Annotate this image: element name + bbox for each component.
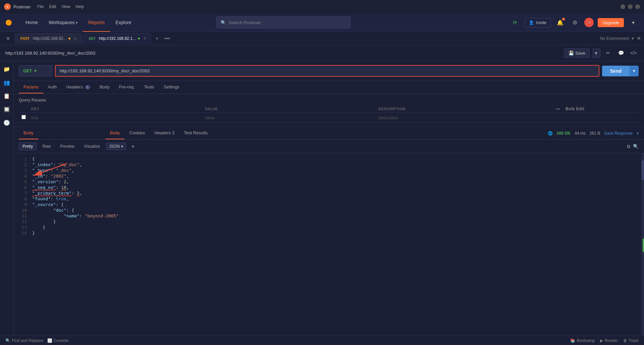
tab-overflow-button[interactable]: ••• — [164, 36, 170, 42]
tab-dot-1 — [138, 38, 140, 40]
resp-tab-headers[interactable]: Headers 3 — [150, 127, 179, 139]
format-visualize-button[interactable]: Visualize — [80, 143, 103, 150]
sidebar-icon-2[interactable]: 👥 — [1, 77, 12, 88]
resp-tab-test-results[interactable]: Test Results — [179, 127, 212, 139]
minimize-button[interactable] — [621, 4, 625, 9]
menu-edit[interactable]: Edit — [49, 4, 56, 9]
invite-button[interactable]: 👤 Invite — [524, 18, 551, 27]
format-raw-button[interactable]: Raw — [39, 143, 54, 150]
response-size: 261 B — [590, 131, 600, 136]
resp-tab-cookies[interactable]: Cookies — [124, 127, 150, 139]
key-input[interactable] — [31, 116, 200, 120]
search-icon[interactable]: 🔍 — [633, 144, 639, 149]
format-pretty-button[interactable]: Pretty — [19, 142, 37, 150]
tab-tests[interactable]: Tests — [139, 81, 159, 93]
table-more-icon[interactable]: ••• — [556, 107, 560, 111]
bulk-edit-button[interactable]: Bulk Edit — [566, 107, 585, 111]
add-tab-button[interactable]: + — [152, 34, 162, 43]
menu-help[interactable]: Help — [75, 4, 84, 9]
menu-file[interactable]: File — [37, 4, 44, 9]
globe-icon: 🌐 — [548, 131, 553, 136]
notification-bell-icon[interactable]: 🔔 — [555, 17, 566, 28]
tab-0[interactable]: POST http://192.168.92... ✕ — [15, 33, 82, 44]
search-bar[interactable]: 🔍 Search Postman — [216, 16, 351, 28]
resp-cookies-req[interactable]: Body — [19, 127, 38, 139]
nav-home[interactable]: Home — [20, 13, 43, 32]
value-input[interactable] — [205, 116, 373, 120]
format-select-dropdown[interactable]: JSON ▾ — [106, 143, 126, 150]
tab-headers[interactable]: Headers 6 — [62, 81, 95, 93]
menu-view[interactable]: View — [61, 4, 70, 9]
save-response-button[interactable]: Save Response — [604, 131, 633, 136]
sidebar-icon-5[interactable]: 🕒 — [1, 117, 12, 128]
trash-button[interactable]: 🗑 Trash — [623, 338, 639, 343]
tab-auth[interactable]: Auth — [43, 81, 62, 93]
upgrade-chevron-icon[interactable]: ▾ — [628, 17, 639, 28]
tab-close-0[interactable]: ✕ — [74, 36, 77, 41]
response-right-tabs: Body Cookies Headers 3 Test Results — [105, 127, 212, 139]
runner-icon: ▶ — [600, 338, 603, 343]
tab-params[interactable]: Params — [19, 81, 43, 93]
save-icon: 💾 — [569, 51, 574, 56]
find-replace-button[interactable]: 🔍 Find and Replace — [5, 338, 43, 343]
environment-eye-icon[interactable]: 👁 — [637, 36, 641, 41]
desc-input[interactable] — [378, 116, 547, 120]
sync-icon[interactable]: ⟳ — [509, 17, 520, 28]
resp-tab-body[interactable]: Body — [105, 127, 125, 139]
no-environment-label: No Environment — [600, 36, 629, 41]
edit-icon[interactable]: ✏ — [603, 48, 613, 58]
response-time: 44 ms — [575, 131, 586, 136]
titlebar-menu[interactable]: File Edit View Help — [37, 4, 84, 9]
filter-icon[interactable]: ≡ — [131, 144, 134, 149]
url-area: http://192.168.92.140:9200/my_doc/_doc/2… — [0, 45, 644, 61]
response-format-bar: Pretty Raw Preview Visualize JSON ▾ ≡ ⧉ … — [13, 140, 644, 153]
tab-settings[interactable]: Settings — [159, 81, 184, 93]
row-checkbox[interactable] — [21, 115, 26, 119]
console-button[interactable]: ⬜ Console — [47, 338, 68, 343]
nav-explore[interactable]: Explore — [110, 13, 137, 32]
format-preview-button[interactable]: Preview — [57, 143, 78, 150]
resp-headers-badge: 3 — [172, 130, 174, 135]
tab-close-1[interactable]: ✕ — [143, 36, 147, 41]
titlebar: Postman File Edit View Help — [0, 0, 644, 13]
environment-chevron-icon[interactable]: ▾ — [632, 36, 634, 41]
tab-url-0: http://192.168.92... — [33, 36, 66, 41]
json-line-6: 6 "_seq_no": 18, — [13, 185, 644, 190]
send-dropdown-button[interactable]: ▾ — [630, 66, 639, 76]
copy-icon[interactable]: ⧉ — [627, 144, 630, 149]
app-icon — [4, 3, 11, 10]
sidebar-icon-3[interactable]: 📋 — [1, 90, 12, 101]
settings-icon[interactable]: ⚙ — [570, 17, 580, 28]
tab-1[interactable]: GET http://192.168.92.1... ✕ — [83, 33, 151, 44]
save-dropdown-button[interactable]: ▾ — [592, 49, 600, 58]
scrollbar-thumb[interactable] — [642, 160, 644, 180]
json-viewer[interactable]: 1 { 2 "_index": "my_doc", 3 "_type": "_d… — [13, 153, 644, 337]
save-button[interactable]: 💾 Save — [564, 49, 590, 58]
nav-workspaces[interactable]: Workspaces ▾ — [43, 13, 83, 32]
sidebar-icon-4[interactable]: 🔲 — [1, 104, 12, 115]
search-icon: 🔍 — [221, 20, 226, 25]
code-icon[interactable]: </> — [629, 48, 639, 58]
save-response-chevron-icon[interactable]: ▾ — [637, 131, 639, 136]
titlebar-controls[interactable] — [621, 4, 640, 9]
json-line-11: 11 "name": "beyond-2005" — [13, 213, 644, 219]
nav-reports[interactable]: Reports — [83, 13, 110, 32]
tabs-bar: ≡ POST http://192.168.92... ✕ GET http:/… — [0, 32, 644, 45]
tab-url-1: http://192.168.92.1... — [99, 36, 136, 41]
upgrade-button[interactable]: Upgrade — [598, 18, 624, 27]
sidebar-icon-1[interactable]: 📁 — [1, 64, 12, 74]
comment-icon[interactable]: 💬 — [616, 48, 626, 58]
tab-body[interactable]: Body — [95, 81, 114, 93]
trash-icon: 🗑 — [623, 338, 627, 343]
collections-icon[interactable]: ≡ — [3, 33, 13, 44]
user-avatar[interactable]: U — [584, 18, 594, 27]
send-button[interactable]: Send — [602, 66, 630, 76]
runner-button[interactable]: ▶ Runner — [600, 338, 618, 343]
maximize-button[interactable] — [628, 4, 633, 9]
close-button[interactable] — [635, 4, 640, 9]
method-select[interactable]: GET ▾ — [19, 65, 52, 76]
bootcamp-button[interactable]: 📚 Bootcamp — [570, 338, 595, 343]
app-title: Postman — [13, 4, 31, 9]
tab-prereq[interactable]: Pre-req. — [114, 81, 140, 93]
url-input[interactable]: http://192.168.92.140:9200/my_doc/_doc/2… — [55, 65, 599, 77]
